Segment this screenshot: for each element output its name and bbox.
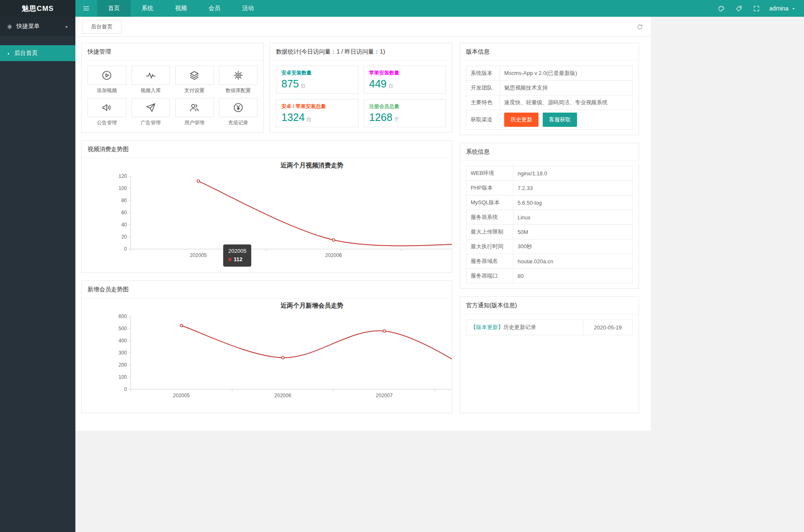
layers-icon	[175, 66, 214, 85]
chart-title: 近两个月视频消费走势	[82, 162, 452, 170]
stat-box-4: 注册会员总量1268个	[364, 99, 446, 127]
table-row: 服务器端口80	[466, 269, 633, 283]
quick-item-label: 数据库配置	[219, 87, 258, 94]
card-title-version: 版本信息	[460, 43, 639, 61]
line-chart-canvas: 0100200300400500600202005202006202007202…	[82, 312, 452, 409]
navbar-menu: 首页系统视频会员活动	[97, 0, 265, 17]
svg-text:100: 100	[119, 185, 127, 191]
quick-item-label: 支付设置	[175, 87, 214, 94]
sidebar-menu: 后台首页	[0, 36, 75, 61]
app-logo: 魅思CMS	[0, 0, 75, 17]
sidebar-item-label: 后台首页	[14, 49, 38, 57]
stat-label: 苹果安装数量	[369, 69, 441, 77]
chevron-down-icon	[791, 5, 796, 12]
quick-item-label: 用户管理	[175, 119, 214, 126]
info-value: 5.6.50-log	[513, 195, 633, 210]
svg-text:60: 60	[121, 210, 127, 216]
navbar-item-4[interactable]: 会员	[198, 0, 231, 17]
line-chart-canvas: 020406080100120202005202006202007	[82, 172, 452, 269]
tab-bar: 后台首页	[75, 17, 651, 37]
version-button-2[interactable]: 客服获取	[543, 113, 577, 127]
quick-item-7[interactable]: 用户管理	[175, 98, 214, 126]
table-row: 系统版本Mscms-App v 2.0(已是最新版)	[466, 66, 633, 81]
quick-item-2[interactable]: 视频入库	[131, 66, 170, 94]
card-title-notice: 官方通知(版本信息)	[460, 297, 639, 314]
info-value: Mscms-App v 2.0(已是最新版)	[500, 66, 633, 81]
video-trend-chart: 近两个月视频消费走势 02040608010012020200520200620…	[82, 158, 452, 272]
info-value: Linux	[513, 210, 633, 225]
member-trend-card: 新增会员走势图 近两个月新增会员走势 010020030040050060020…	[81, 280, 452, 413]
info-value: 历史更新客服获取	[500, 110, 633, 130]
stat-label: 注册会员总量	[369, 103, 441, 110]
svg-text:120: 120	[119, 173, 127, 179]
info-label: 主要特色	[466, 95, 500, 110]
notice-item[interactable]: 【版本更新】历史更新记录2020-05-19	[466, 319, 633, 335]
stat-label: 安卓 / 苹果安装总量	[281, 103, 353, 110]
info-label: 服务器系统	[466, 210, 513, 225]
svg-text:202005: 202005	[190, 252, 206, 258]
sidebar-group-label: 快捷菜单	[16, 23, 40, 30]
info-label: 最大执行时间	[466, 239, 513, 254]
chart-title: 近两个月新增会员走势	[82, 302, 452, 310]
hamburger-icon[interactable]	[75, 0, 97, 17]
quick-item-5[interactable]: 公告管理	[88, 98, 126, 126]
sidebar: 快捷菜单 后台首页	[0, 17, 75, 532]
svg-text:100: 100	[119, 374, 127, 380]
info-label: 开发团队	[466, 81, 500, 95]
info-label: MySQL版本	[466, 195, 513, 210]
version-button-1[interactable]: 历史更新	[504, 113, 539, 127]
info-value: 7.2.33	[513, 181, 633, 195]
quick-item-1[interactable]: 添加视频	[88, 66, 126, 94]
speaker-icon	[88, 98, 126, 117]
notice-text: 历史更新记录	[503, 324, 536, 331]
navbar-right: admina	[712, 0, 804, 17]
table-row: 服务器域名houtai.020a.cn	[466, 254, 633, 269]
sidebar-group-quick-menu[interactable]: 快捷菜单	[0, 17, 75, 36]
info-value: 80	[513, 269, 633, 283]
card-title-quick: 快捷管理	[82, 43, 263, 61]
navbar-item-2[interactable]: 系统	[131, 0, 164, 17]
notice-list: 【版本更新】历史更新记录2020-05-19	[460, 314, 639, 340]
stats-grid: 安卓安装数量875台苹果安装数量449台安卓 / 苹果安装总量1324台注册会员…	[270, 61, 452, 132]
fullscreen-icon[interactable]	[747, 0, 765, 17]
top-navbar: 魅思CMS 首页系统视频会员活动 admina	[0, 0, 804, 17]
quick-item-6[interactable]: 广告管理	[131, 98, 170, 126]
navbar-item-5[interactable]: 活动	[231, 0, 265, 17]
card-title-member-trend: 新增会员走势图	[82, 281, 452, 298]
system-table: WEB环境nginx/1.18.0PHP版本7.2.33MySQL版本5.6.5…	[466, 166, 633, 283]
stat-box-1: 安卓安装数量875台	[276, 66, 358, 94]
tab-home[interactable]: 后台首页	[82, 20, 121, 34]
system-card: 系统信息 WEB环境nginx/1.18.0PHP版本7.2.33MySQL版本…	[460, 143, 639, 289]
svg-text:600: 600	[119, 314, 127, 319]
card-title-video-trend: 视频消费走势图	[82, 141, 452, 158]
card-title-stats: 数据统计(今日访问量：1 / 昨日访问量：1)	[270, 43, 452, 61]
quick-item-4[interactable]: 数据库配置	[219, 66, 258, 94]
theme-icon[interactable]	[712, 0, 730, 17]
svg-text:202006: 202006	[325, 252, 342, 258]
quick-item-8[interactable]: 充值记录	[219, 98, 258, 126]
table-row: 最大执行时间300秒	[466, 239, 633, 254]
user-menu[interactable]: admina	[765, 0, 804, 17]
table-row: 服务器系统Linux	[466, 210, 633, 225]
info-value: houtai.020a.cn	[513, 254, 633, 269]
navbar-item-3[interactable]: 视频	[164, 0, 198, 17]
quick-item-3[interactable]: 支付设置	[175, 66, 214, 94]
pulse-icon	[131, 66, 170, 85]
svg-text:500: 500	[119, 326, 127, 332]
quick-item-label: 添加视频	[88, 87, 126, 94]
stat-value: 875台	[281, 78, 353, 90]
refresh-icon[interactable]	[636, 23, 643, 30]
stat-box-2: 苹果安装数量449台	[364, 66, 446, 94]
navbar-item-1[interactable]: 首页	[97, 0, 131, 17]
svg-text:80: 80	[121, 198, 127, 203]
info-label: 最大上传限制	[466, 225, 513, 239]
info-value: 魅思视频技术支持	[500, 81, 633, 95]
card-title-system: 系统信息	[460, 143, 639, 161]
sidebar-item-1[interactable]: 后台首页	[0, 45, 75, 61]
yen-icon	[219, 98, 258, 117]
tag-icon[interactable]	[730, 0, 747, 17]
navbar-actions	[712, 0, 765, 17]
svg-text:202007: 202007	[376, 393, 393, 398]
svg-text:20: 20	[121, 234, 127, 240]
gear-icon	[7, 23, 13, 30]
